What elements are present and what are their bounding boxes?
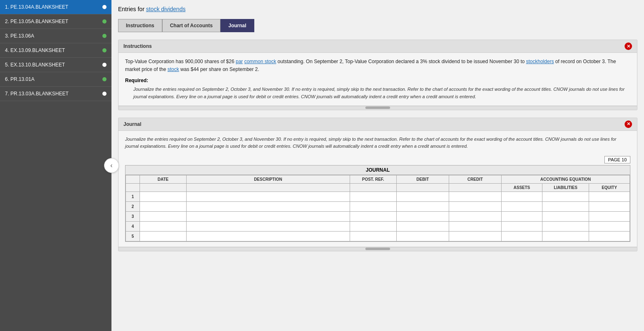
cell-liabilities[interactable] <box>542 231 589 241</box>
cell-credit[interactable] <box>449 201 501 211</box>
cell-debit[interactable] <box>396 192 449 201</box>
cell-equity[interactable] <box>589 192 630 201</box>
sidebar-item-5[interactable]: 5. EX.13.10.BLANKSHEET <box>0 58 111 72</box>
cell-post[interactable] <box>350 211 396 221</box>
entries-link[interactable]: stock dividends <box>146 6 186 12</box>
cell-liabilities[interactable] <box>542 201 589 211</box>
sidebar-item-6[interactable]: 6. PR.13.01A <box>0 72 111 87</box>
sidebar-item-label-2: 2. PE.13.05A.BLANKSHEET <box>5 19 68 24</box>
cell-equity[interactable] <box>589 231 630 241</box>
col-desc: DESCRIPTION <box>186 175 350 183</box>
cell-debit[interactable] <box>396 231 449 241</box>
cell-date[interactable] <box>140 201 186 211</box>
cell-debit[interactable] <box>396 211 449 221</box>
instructions-scrollbar[interactable] <box>118 106 637 110</box>
col-date-sub <box>140 183 186 192</box>
cell-desc[interactable] <box>186 211 350 221</box>
col-debit: DEBIT <box>396 175 449 183</box>
journal-close-button[interactable]: ✕ <box>625 121 632 128</box>
page-number-row: PAGE 10 <box>125 156 630 163</box>
cell-credit[interactable] <box>449 211 501 221</box>
cell-desc[interactable] <box>186 231 350 241</box>
sidebar-item-label-6: 6. PR.13.01A <box>5 76 34 82</box>
cell-desc[interactable] <box>186 201 350 211</box>
cell-date[interactable] <box>140 231 186 241</box>
stock-link[interactable]: stock <box>168 66 179 72</box>
col-num-sub <box>126 183 140 192</box>
cell-debit[interactable] <box>396 221 449 231</box>
table-row: 3 <box>126 211 630 221</box>
cell-num: 4 <box>126 221 140 231</box>
col-equity: EQUITY <box>589 183 630 192</box>
sidebar-item-2[interactable]: 2. PE.13.05A.BLANKSHEET <box>0 14 111 29</box>
col-num <box>126 175 140 183</box>
required-body: Journalize the entries required on Septe… <box>133 86 630 100</box>
cell-credit[interactable] <box>449 221 501 231</box>
sidebar-dot-2 <box>102 19 107 24</box>
cell-assets[interactable] <box>502 211 542 221</box>
common-stock-link[interactable]: common stock <box>244 59 276 64</box>
instructions-panel: Instructions ✕ Top-Value Corporation has… <box>118 40 637 110</box>
instructions-panel-header: Instructions ✕ <box>118 40 637 53</box>
cell-date[interactable] <box>140 221 186 231</box>
cell-credit[interactable] <box>449 192 501 201</box>
sidebar-dot-1 <box>102 5 107 9</box>
sidebar-item-7[interactable]: 7. PR.13.03A.BLANKSHEET <box>0 87 111 101</box>
cell-post[interactable] <box>350 221 396 231</box>
collapse-sidebar-button[interactable]: ‹ <box>104 158 119 173</box>
cell-num: 3 <box>126 211 140 221</box>
sidebar-item-1[interactable]: 1. PE.13.04A.BLANKSHEET <box>0 0 111 14</box>
journal-panel-header: Journal ✕ <box>118 118 637 131</box>
cell-post[interactable] <box>350 192 396 201</box>
journal-panel-body: Journalize the entries required on Septe… <box>118 131 637 247</box>
cell-equity[interactable] <box>589 211 630 221</box>
entries-prefix: Entries for <box>118 6 144 12</box>
col-liabilities: LIABILITIES <box>542 183 589 192</box>
cell-assets[interactable] <box>502 201 542 211</box>
col-desc-sub <box>186 183 350 192</box>
sidebar-item-label-5: 5. EX.13.10.BLANKSHEET <box>5 62 65 68</box>
instructions-close-button[interactable]: ✕ <box>625 43 632 50</box>
par-link[interactable]: par <box>236 59 243 64</box>
col-credit-sub <box>449 183 501 192</box>
cell-liabilities[interactable] <box>542 211 589 221</box>
cell-debit[interactable] <box>396 201 449 211</box>
cell-equity[interactable] <box>589 221 630 231</box>
cell-desc[interactable] <box>186 192 350 201</box>
cell-assets[interactable] <box>502 192 542 201</box>
journal-panel: Journal ✕ Journalize the entries require… <box>118 118 637 251</box>
stockholders-link[interactable]: stockholders <box>526 59 554 64</box>
table-row: 4 <box>126 221 630 231</box>
journal-scrollbar-thumb <box>365 248 390 250</box>
cell-liabilities[interactable] <box>542 192 589 201</box>
journal-instructions: Journalize the entries required on Septe… <box>125 136 630 150</box>
cell-assets[interactable] <box>502 221 542 231</box>
sidebar-list: 1. PE.13.04A.BLANKSHEET2. PE.13.05A.BLAN… <box>0 0 111 101</box>
cell-assets[interactable] <box>502 231 542 241</box>
instructions-panel-title: Instructions <box>123 43 152 49</box>
tab-journal[interactable]: Journal <box>220 19 254 32</box>
tab-bar: InstructionsChart of AccountsJournal <box>118 19 637 32</box>
journal-scrollbar[interactable] <box>118 247 637 251</box>
cell-date[interactable] <box>140 211 186 221</box>
sidebar-item-3[interactable]: 3. PE.13.06A <box>0 29 111 43</box>
cell-num: 5 <box>126 231 140 241</box>
tab-chart[interactable]: Chart of Accounts <box>162 19 221 32</box>
cell-credit[interactable] <box>449 231 501 241</box>
journal-panel-title: Journal <box>123 121 141 127</box>
cell-post[interactable] <box>350 201 396 211</box>
cell-equity[interactable] <box>589 201 630 211</box>
cell-liabilities[interactable] <box>542 221 589 231</box>
sidebar-dot-3 <box>102 34 107 38</box>
sidebar: 1. PE.13.04A.BLANKSHEET2. PE.13.05A.BLAN… <box>0 0 111 331</box>
sidebar-item-label-4: 4. EX.13.09.BLANKSHEET <box>5 47 65 53</box>
cell-num: 1 <box>126 192 140 201</box>
cell-desc[interactable] <box>186 221 350 231</box>
cell-post[interactable] <box>350 231 396 241</box>
journal-table: DATE DESCRIPTION POST. REF. DEBIT CREDIT… <box>125 175 630 241</box>
cell-date[interactable] <box>140 192 186 201</box>
tab-instructions[interactable]: Instructions <box>118 19 162 32</box>
sidebar-dot-7 <box>102 92 107 96</box>
sidebar-dot-4 <box>102 48 107 52</box>
sidebar-item-4[interactable]: 4. EX.13.09.BLANKSHEET <box>0 43 111 58</box>
